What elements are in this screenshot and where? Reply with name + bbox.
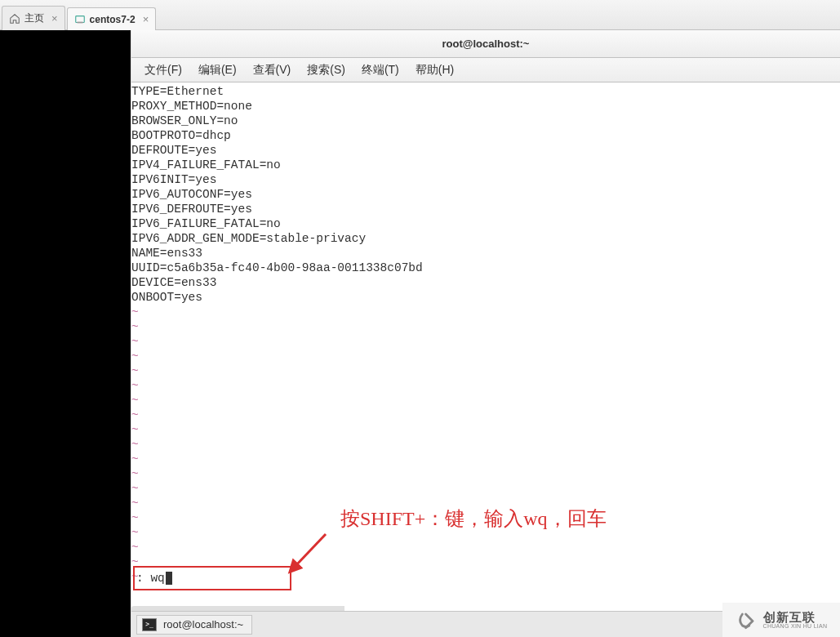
- command-line[interactable]: : wq: [133, 566, 291, 590]
- sidebar-panel: [0, 30, 131, 637]
- command-input: wq: [150, 571, 164, 586]
- terminal-icon: >_: [142, 618, 157, 631]
- home-icon: [9, 13, 20, 24]
- tabs-bar: 主页 × centos7-2 ×: [0, 0, 840, 30]
- window-title: root@localhost:~: [131, 30, 840, 58]
- menu-help[interactable]: 帮助(H): [407, 60, 462, 81]
- annotation-text: 按SHIFT+：键，输入wq，回车: [340, 511, 607, 526]
- menu-edit[interactable]: 编辑(E): [190, 60, 245, 81]
- vm-icon: [74, 14, 86, 25]
- shadow: [131, 606, 344, 611]
- terminal-body[interactable]: TYPE=EthernetPROXY_METHOD=noneBROWSER_ON…: [131, 82, 840, 611]
- menu-terminal[interactable]: 终端(T): [353, 60, 407, 81]
- taskbar-terminal[interactable]: >_ root@localhost:~: [136, 615, 252, 635]
- menubar: 文件(F) 编辑(E) 查看(V) 搜索(S) 终端(T) 帮助(H): [131, 58, 840, 82]
- cursor: [166, 572, 172, 585]
- watermark-en: CHUANG XIN HU LIAN: [763, 623, 828, 629]
- title-text: root@localhost:~: [442, 38, 530, 50]
- taskbar: >_ root@localhost:~ 创新互联 CHUANG XIN HU L…: [131, 611, 840, 637]
- tab-label: centos7-2: [90, 14, 136, 25]
- watermark: 创新互联 CHUANG XIN HU LIAN: [722, 603, 840, 637]
- menu-search[interactable]: 搜索(S): [299, 60, 353, 81]
- close-icon[interactable]: ×: [48, 12, 61, 24]
- svg-rect-1: [77, 21, 82, 23]
- taskbar-label: root@localhost:~: [163, 618, 243, 630]
- close-icon[interactable]: ×: [140, 13, 153, 25]
- watermark-logo-icon: [736, 608, 758, 631]
- arrow-icon: [287, 528, 336, 577]
- menu-file[interactable]: 文件(F): [136, 60, 190, 81]
- watermark-cn: 创新互联: [763, 611, 828, 623]
- command-prefix: :: [136, 571, 144, 586]
- menu-view[interactable]: 查看(V): [245, 60, 300, 81]
- svg-rect-0: [75, 16, 84, 22]
- tab-centos[interactable]: centos7-2 ×: [67, 7, 157, 30]
- tab-home[interactable]: 主页 ×: [2, 6, 65, 30]
- tab-label: 主页: [24, 11, 44, 25]
- svg-line-3: [295, 534, 326, 567]
